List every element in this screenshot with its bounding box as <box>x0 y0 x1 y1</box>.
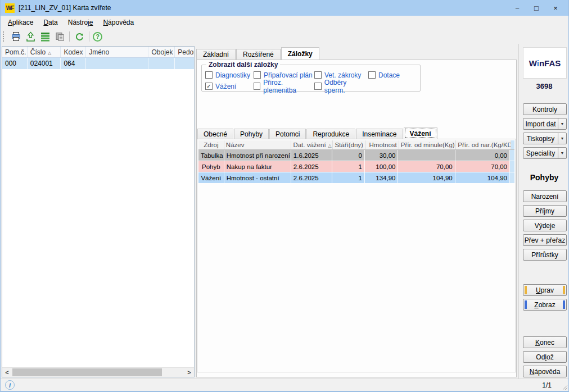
accent-bar <box>525 286 527 294</box>
speciality-button[interactable]: Speciality ▼ <box>523 147 567 159</box>
column-header-cislo[interactable]: Číslo△ <box>28 47 61 57</box>
sort-asc-icon: △ <box>48 51 51 56</box>
info-icon: i <box>5 380 15 390</box>
toolbar-grip[interactable] <box>3 31 6 42</box>
kontroly-button[interactable]: Kontroly <box>523 103 567 115</box>
subtab-pohyby[interactable]: Pohyby <box>234 129 269 139</box>
column-header-nazev[interactable]: Název <box>224 140 292 149</box>
subtab-obecne[interactable]: Obecné <box>197 129 233 139</box>
column-header-obojek[interactable]: Obojek <box>148 47 175 57</box>
main-content: Pom.č. Číslo△ Kodex Jméno Obojek Pedom 0… <box>1 44 568 379</box>
groupbox-title: Zobrazit další záložky <box>206 61 280 69</box>
checkbox-box: ✓ <box>205 71 213 79</box>
animal-row-selected[interactable]: 000 024001 064 <box>2 58 194 69</box>
prirustky-button[interactable]: Přírůstky <box>523 249 567 261</box>
tab-zakladni[interactable]: Základní <box>196 49 236 60</box>
toolbar: ? <box>1 29 568 44</box>
uprav-button[interactable]: Uprav <box>523 284 567 296</box>
app-icon: WF <box>5 3 15 13</box>
refresh-icon[interactable] <box>73 30 85 43</box>
subtab-potomci[interactable]: Potomci <box>269 129 306 139</box>
subtab-vazeni[interactable]: Vážení <box>404 127 437 139</box>
weight-row-vazeni[interactable]: Vážení Hmotnost - ostatní 2.6.2025 1 134… <box>198 172 514 184</box>
checkbox-dotace[interactable]: ✓Dotace <box>368 70 420 80</box>
prev-preraz-button[interactable]: Přev + přeřaz <box>523 234 567 246</box>
odloz-button[interactable]: Odlož <box>523 351 567 363</box>
prijmy-button[interactable]: Příjmy <box>523 205 567 217</box>
horizontal-scrollbar[interactable]: < > <box>2 367 194 377</box>
side-panel: WinFAS 3698 Kontroly Import dat ▼ Tiskop… <box>518 44 569 379</box>
menu-bar: Aplikace Data Nástroje Nápověda <box>1 16 568 29</box>
menu-napoveda[interactable]: Nápověda <box>98 17 139 28</box>
weights-table-header: Zdroj Název Dat. vážení△ Stáří(dny) Hmot… <box>198 140 514 150</box>
subtab-inseminace[interactable]: Inseminace <box>356 129 403 139</box>
checkbox-odbery-sperm[interactable]: ✓Odběry sperm. <box>314 81 368 92</box>
weight-row-pohyb[interactable]: Pohyb Nakup na faktur 2.6.2025 1 100,00 … <box>198 161 514 172</box>
column-header-dat-vazeni[interactable]: Dat. vážení△ <box>291 140 333 149</box>
close-button[interactable]: × <box>546 0 565 16</box>
sub-tabs: Obecné Pohyby Potomci Reprodukce Insemin… <box>197 127 438 139</box>
menu-data[interactable]: Data <box>38 17 62 28</box>
dropdown-arrow-icon[interactable]: ▼ <box>558 118 566 129</box>
menu-nastroje[interactable]: Nástroje <box>63 17 98 28</box>
scroll-right-arrow[interactable]: > <box>184 368 194 377</box>
checkbox-box: ✓ <box>314 83 322 90</box>
weight-row-tabulka[interactable]: Tabulka Hmotnost při narození 1.6.2025 0… <box>198 150 514 161</box>
column-header-pomc[interactable]: Pom.č. <box>2 47 28 57</box>
checkbox-priroz-plemenitba[interactable]: ✓Přiroz. plemenitba <box>254 81 314 92</box>
column-header-prir-od-minule[interactable]: Přír. od minule(Kg) <box>399 140 457 149</box>
sort-asc-icon: △ <box>328 143 332 148</box>
list-view-icon[interactable] <box>39 30 51 43</box>
checkbox-box: ✓ <box>254 83 260 90</box>
accent-bar <box>563 300 565 309</box>
tab-rozsirene[interactable]: Rozšířené <box>236 49 281 60</box>
narozeni-button[interactable]: Narození <box>523 190 567 202</box>
accent-bar <box>525 300 527 309</box>
window-title: [211_LIN_ZV_01] Karta zvířete <box>19 4 508 12</box>
dropdown-arrow-icon[interactable]: ▼ <box>558 133 566 144</box>
status-bar: i 1/1 <box>1 379 568 391</box>
record-pager: 1/1 <box>542 381 552 389</box>
column-header-filler <box>511 140 514 149</box>
scroll-left-arrow[interactable]: < <box>2 368 12 377</box>
maximize-button[interactable]: □ <box>527 0 546 16</box>
subtab-page-vazeni: Zdroj Název Dat. vážení△ Stáří(dny) Hmot… <box>197 139 516 372</box>
konec-button[interactable]: Konec <box>523 336 567 348</box>
column-header-zdroj[interactable]: Zdroj <box>198 140 224 149</box>
checkbox-vazeni[interactable]: ✓Vážení <box>205 81 254 92</box>
export-icon[interactable] <box>24 30 37 43</box>
column-header-stari[interactable]: Stáří(dny) <box>333 140 365 149</box>
copy-icon[interactable] <box>53 30 66 43</box>
checkbox-box: ✓ <box>314 71 322 79</box>
dropdown-arrow-icon[interactable]: ▼ <box>558 148 566 158</box>
title-bar: WF [211_LIN_ZV_01] Karta zvířete − □ × <box>1 0 568 16</box>
accent-bar <box>563 286 565 294</box>
resize-grip[interactable] <box>561 383 568 390</box>
print-icon[interactable] <box>10 30 22 43</box>
vydeje-button[interactable]: Výdeje <box>523 220 567 231</box>
import-dat-button[interactable]: Import dat ▼ <box>523 118 567 130</box>
zobraz-button[interactable]: Zobraz <box>523 299 567 311</box>
column-header-kodex[interactable]: Kodex <box>61 47 86 57</box>
show-tabs-groupbox: Zobrazit další záložky ✓Diagnostiky ✓Při… <box>201 65 421 92</box>
column-header-jmeno[interactable]: Jméno <box>86 47 148 57</box>
column-header-hmotnost[interactable]: Hmotnost <box>365 140 399 149</box>
winfas-logo: WinFAS <box>523 47 567 79</box>
app-window: WF [211_LIN_ZV_01] Karta zvířete − □ × A… <box>0 0 569 392</box>
help-icon[interactable]: ? <box>93 32 102 42</box>
tab-zalozky[interactable]: Záložky <box>281 47 319 60</box>
main-tabs: Základní Rozšířené Záložky <box>196 47 320 60</box>
column-header-pedometr[interactable]: Pedom <box>175 47 194 57</box>
subtab-reprodukce[interactable]: Reprodukce <box>306 129 355 139</box>
menu-aplikace[interactable]: Aplikace <box>3 17 38 28</box>
tiskopisy-button[interactable]: Tiskopisy ▼ <box>523 133 567 144</box>
toolbar-separator <box>89 31 89 42</box>
weights-table: Zdroj Název Dat. vážení△ Stáří(dny) Hmot… <box>198 140 514 184</box>
column-header-prir-od-nar[interactable]: Přír. od nar.(Kg/KD) <box>456 140 511 149</box>
checkbox-box: ✓ <box>368 71 376 79</box>
checkbox-diagnostiky[interactable]: ✓Diagnostiky <box>205 70 254 80</box>
scrollbar-thumb[interactable] <box>12 368 162 376</box>
build-number: 3698 <box>519 82 569 90</box>
napoveda-button[interactable]: Nápověda <box>523 366 567 377</box>
minimize-button[interactable]: − <box>508 0 527 16</box>
